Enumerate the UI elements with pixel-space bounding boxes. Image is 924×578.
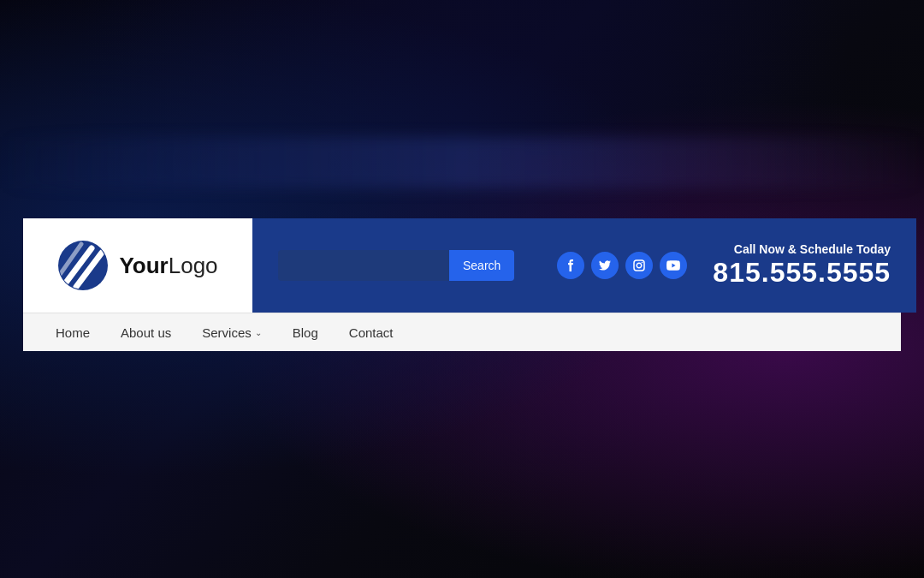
search-input[interactable] <box>278 250 449 281</box>
blue-bar: Search Call Now & Schedule Today <box>252 218 916 313</box>
instagram-icon[interactable] <box>625 252 653 279</box>
phone-number: 815.555.5555 <box>713 258 891 288</box>
logo-section: YourLogo <box>23 218 252 313</box>
nav-bar: Home About us Services ⌄ Blog Contact <box>23 313 901 351</box>
search-area: Search <box>278 250 514 281</box>
svg-rect-5 <box>634 260 644 271</box>
nav-item-about[interactable]: About us <box>105 313 187 351</box>
phone-section: Call Now & Schedule Today 815.555.5555 <box>713 242 891 288</box>
nav-services-label: Services <box>202 325 252 340</box>
logo-bold: Your <box>119 253 168 278</box>
background-sweep <box>0 137 924 188</box>
nav-item-services[interactable]: Services ⌄ <box>187 313 277 351</box>
logo-normal: Logo <box>169 253 218 278</box>
svg-point-6 <box>637 263 643 268</box>
youtube-icon[interactable] <box>660 252 687 279</box>
nav-item-contact[interactable]: Contact <box>334 313 409 351</box>
header-wrapper: YourLogo Search <box>23 218 901 351</box>
phone-tagline: Call Now & Schedule Today <box>713 242 891 256</box>
twitter-icon[interactable] <box>591 252 619 279</box>
svg-point-7 <box>642 262 643 264</box>
social-icons <box>557 252 687 279</box>
logo-text: YourLogo <box>119 253 217 279</box>
logo-content: YourLogo <box>57 240 217 291</box>
logo-icon <box>57 240 109 291</box>
nav-item-home[interactable]: Home <box>40 313 105 351</box>
nav-item-blog[interactable]: Blog <box>277 313 334 351</box>
top-bar: YourLogo Search <box>23 218 901 313</box>
chevron-down-icon: ⌄ <box>255 328 262 337</box>
facebook-icon[interactable] <box>557 252 584 279</box>
search-button[interactable]: Search <box>449 250 514 281</box>
